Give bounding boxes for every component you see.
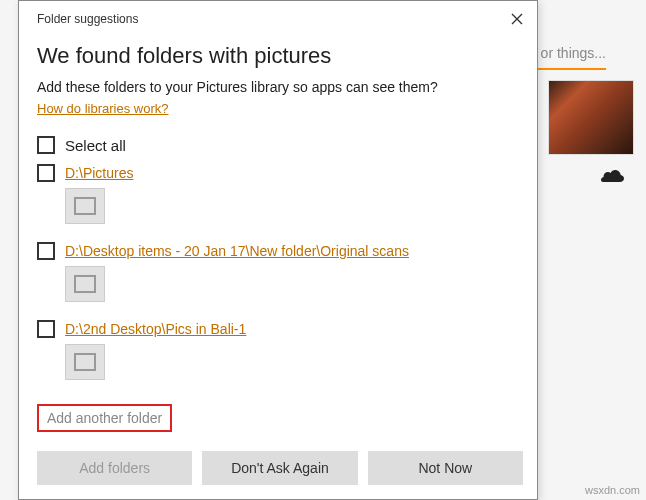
dialog-subtext: Add these folders to your Pictures libra… xyxy=(37,79,519,95)
dialog-body: We found folders with pictures Add these… xyxy=(19,33,537,441)
folder-checkbox[interactable] xyxy=(37,164,55,182)
add-folders-button[interactable]: Add folders xyxy=(37,451,192,485)
dialog-title: Folder suggestions xyxy=(37,12,138,26)
folder-item: D:\Pictures xyxy=(37,164,519,224)
dont-ask-again-button[interactable]: Don't Ask Again xyxy=(202,451,357,485)
stacked-photos-icon xyxy=(76,199,94,213)
folder-item: D:\2nd Desktop\Pics in Bali-1 xyxy=(37,320,519,380)
select-all-checkbox[interactable] xyxy=(37,136,55,154)
onedrive-cloud-icon xyxy=(600,168,626,186)
dialog-titlebar: Folder suggestions xyxy=(19,1,537,33)
dialog-footer: Add folders Don't Ask Again Not Now xyxy=(19,441,537,499)
search-underline xyxy=(526,68,606,70)
close-button[interactable] xyxy=(507,9,527,29)
folder-path-link[interactable]: D:\2nd Desktop\Pics in Bali-1 xyxy=(65,321,246,337)
select-all-label: Select all xyxy=(65,137,126,154)
dialog-headline: We found folders with pictures xyxy=(37,43,519,69)
folder-path-link[interactable]: D:\Pictures xyxy=(65,165,133,181)
folder-suggestions-dialog: Folder suggestions We found folders with… xyxy=(18,0,538,500)
add-another-folder-link[interactable]: Add another folder xyxy=(37,404,172,432)
folder-thumbnail[interactable] xyxy=(65,266,105,302)
folder-thumbnail[interactable] xyxy=(65,344,105,380)
folder-checkbox[interactable] xyxy=(37,242,55,260)
close-icon xyxy=(511,13,523,25)
folder-checkbox[interactable] xyxy=(37,320,55,338)
select-all-row: Select all xyxy=(37,136,519,154)
stacked-photos-icon xyxy=(76,355,94,369)
folder-item: D:\Desktop items - 20 Jan 17\New folder\… xyxy=(37,242,519,302)
stacked-photos-icon xyxy=(76,277,94,291)
folder-thumbnail[interactable] xyxy=(65,188,105,224)
folder-path-link[interactable]: D:\Desktop items - 20 Jan 17\New folder\… xyxy=(65,243,409,259)
not-now-button[interactable]: Not Now xyxy=(368,451,523,485)
photo-thumbnail[interactable] xyxy=(548,80,634,155)
help-link[interactable]: How do libraries work? xyxy=(37,101,169,116)
watermark-text: wsxdn.com xyxy=(585,484,640,496)
